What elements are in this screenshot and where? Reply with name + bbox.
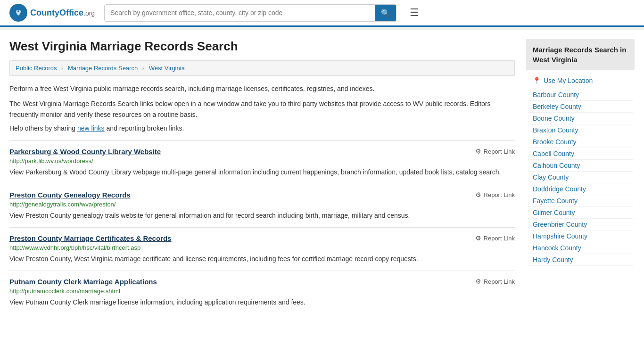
svg-point-1 xyxy=(17,10,19,12)
list-item: Braxton County xyxy=(528,124,633,136)
result-header: Putnam County Clerk Marriage Application… xyxy=(9,278,515,286)
result-header: Preston County Marriage Certificates & R… xyxy=(9,234,515,242)
result-url-1: http://genealogytrails.com/wva/preston/ xyxy=(9,201,515,208)
list-item: Clay County xyxy=(528,172,633,183)
share-text: Help others by sharing new links and rep… xyxy=(9,124,515,132)
county-link-2[interactable]: Boone County xyxy=(533,115,575,122)
result-url-0: http://park.lib.wv.us/wordpress/ xyxy=(9,157,515,165)
breadcrumb-sep-2: › xyxy=(142,65,144,72)
list-item: Doddridge County xyxy=(528,183,633,195)
list-item: Hardy County xyxy=(528,254,633,266)
use-location-link[interactable]: 📍 Use My Location xyxy=(526,74,635,87)
report-icon-3: ⚙ xyxy=(475,278,481,285)
menu-icon: ☰ xyxy=(410,7,419,18)
report-label-3: Report Link xyxy=(484,278,515,285)
description-1: Perform a free West Virginia public marr… xyxy=(9,83,515,94)
list-item: Brooke County xyxy=(528,136,633,148)
county-link-7[interactable]: Clay County xyxy=(533,173,569,181)
list-item: Barbour County xyxy=(528,89,633,101)
breadcrumb-public-records[interactable]: Public Records xyxy=(16,65,57,72)
result-header: Parkersburg & Wood County Library Websit… xyxy=(9,148,515,156)
result-item: Parkersburg & Wood County Library Websit… xyxy=(9,140,515,184)
result-item: Preston County Marriage Certificates & R… xyxy=(9,227,515,271)
county-list: Barbour CountyBerkeley CountyBoone Count… xyxy=(526,89,635,266)
county-link-5[interactable]: Cabell County xyxy=(533,150,574,157)
search-button[interactable]: 🔍 xyxy=(375,5,396,21)
content-area: West Virginia Marriage Records Search Pu… xyxy=(9,39,515,314)
list-item: Berkeley County xyxy=(528,101,633,113)
report-icon-0: ⚙ xyxy=(475,148,481,155)
result-desc-0: View Parkersburg & Wood County Library w… xyxy=(9,167,515,177)
report-link-button-2[interactable]: ⚙ Report Link xyxy=(475,234,515,242)
report-link-button-1[interactable]: ⚙ Report Link xyxy=(475,191,515,198)
result-title-3[interactable]: Putnam County Clerk Marriage Application… xyxy=(9,278,157,286)
county-link-14[interactable]: Hardy County xyxy=(533,256,573,263)
result-item: Preston County Genealogy Records ⚙ Repor… xyxy=(9,184,515,227)
new-links-link[interactable]: new links xyxy=(77,124,105,132)
list-item: Hancock County xyxy=(528,242,633,254)
report-link-button-0[interactable]: ⚙ Report Link xyxy=(475,148,515,155)
county-link-6[interactable]: Calhoun County xyxy=(533,162,580,169)
breadcrumb-west-virginia[interactable]: West Virginia xyxy=(149,65,185,72)
county-link-0[interactable]: Barbour County xyxy=(533,91,579,99)
county-link-8[interactable]: Doddridge County xyxy=(533,185,586,193)
list-item: Boone County xyxy=(528,113,633,124)
menu-button[interactable]: ☰ xyxy=(406,5,423,21)
list-item: Hampshire County xyxy=(528,230,633,242)
county-link-10[interactable]: Gilmer County xyxy=(533,209,575,216)
list-item: Calhoun County xyxy=(528,160,633,172)
report-label-1: Report Link xyxy=(484,191,515,198)
report-link-button-3[interactable]: ⚙ Report Link xyxy=(475,278,515,285)
county-link-1[interactable]: Berkeley County xyxy=(533,103,581,110)
logo-link[interactable]: CountyOffice.org xyxy=(9,4,95,22)
county-link-13[interactable]: Hancock County xyxy=(533,244,581,252)
report-icon-1: ⚙ xyxy=(475,191,481,198)
report-label-0: Report Link xyxy=(484,148,515,155)
header: CountyOffice.org 🔍 ☰ xyxy=(0,0,644,27)
page-title: West Virginia Marriage Records Search xyxy=(9,39,515,54)
report-label-2: Report Link xyxy=(484,235,515,242)
search-input[interactable] xyxy=(105,5,375,20)
county-link-11[interactable]: Greenbrier County xyxy=(533,221,587,228)
list-item: Greenbrier County xyxy=(528,219,633,230)
logo-icon xyxy=(9,4,27,22)
county-link-3[interactable]: Braxton County xyxy=(533,126,578,134)
use-location-label: Use My Location xyxy=(544,77,593,84)
logo-text: CountyOffice.org xyxy=(30,8,95,18)
sidebar-title: Marriage Records Search in West Virginia xyxy=(526,39,635,70)
breadcrumb-marriage-records[interactable]: Marriage Records Search xyxy=(68,65,138,72)
breadcrumb-sep-1: › xyxy=(61,65,63,72)
main-container: West Virginia Marriage Records Search Pu… xyxy=(0,30,644,314)
county-link-12[interactable]: Hampshire County xyxy=(533,232,587,240)
report-icon-2: ⚙ xyxy=(475,234,481,242)
county-link-4[interactable]: Brooke County xyxy=(533,138,577,146)
description-2: The West Virginia Marriage Records Searc… xyxy=(9,99,515,120)
list-item: Cabell County xyxy=(528,148,633,160)
breadcrumb: Public Records › Marriage Records Search… xyxy=(9,60,515,76)
results-list: Parkersburg & Wood County Library Websit… xyxy=(9,140,515,314)
result-title-2[interactable]: Preston County Marriage Certificates & R… xyxy=(9,234,171,242)
pin-icon: 📍 xyxy=(533,77,541,84)
result-desc-3: View Putnam County Clerk marriage licens… xyxy=(9,297,515,307)
search-icon: 🔍 xyxy=(381,9,390,17)
search-bar: 🔍 xyxy=(104,4,396,22)
result-title-1[interactable]: Preston County Genealogy Records xyxy=(9,191,131,199)
county-link-9[interactable]: Fayette County xyxy=(533,197,578,205)
sidebar: Marriage Records Search in West Virginia… xyxy=(526,39,635,314)
result-header: Preston County Genealogy Records ⚙ Repor… xyxy=(9,191,515,199)
result-desc-2: View Preston County, West Virginia marri… xyxy=(9,254,515,264)
result-url-2: http://www.wvdhhr.org/bph/hsc/vital/birt… xyxy=(9,244,515,251)
list-item: Fayette County xyxy=(528,195,633,207)
result-url-3: http://putnamcoclerk.com/marriage.shtml xyxy=(9,288,515,295)
list-item: Gilmer County xyxy=(528,207,633,219)
result-desc-1: View Preston County genealogy trails web… xyxy=(9,211,515,221)
result-title-0[interactable]: Parkersburg & Wood County Library Websit… xyxy=(9,148,161,156)
result-item: Putnam County Clerk Marriage Application… xyxy=(9,271,515,314)
